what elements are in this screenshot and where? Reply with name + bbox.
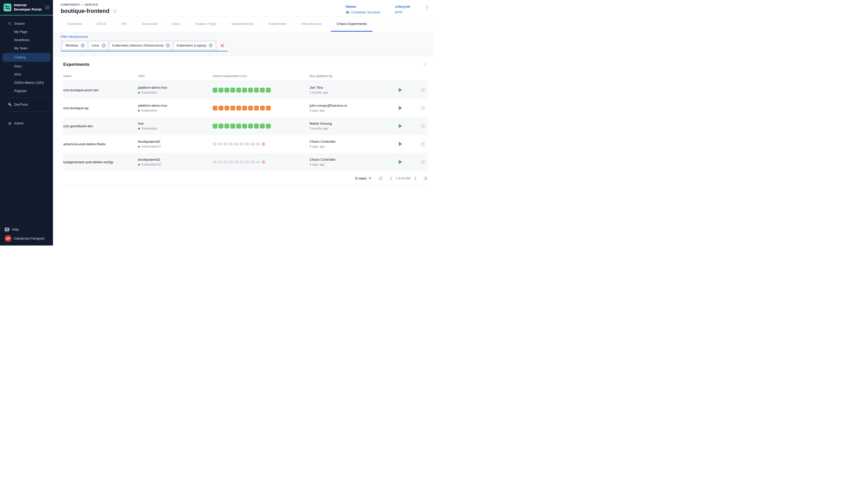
sidebar-item-docs[interactable]: Docs xyxy=(0,62,53,70)
run-experiment-button[interactable] xyxy=(399,160,402,164)
sidebar-item-dora-metrics-sei[interactable]: DORA Metrics (SEI) xyxy=(0,79,53,87)
run-tile-success[interactable] xyxy=(254,124,259,128)
run-tile-success[interactable] xyxy=(266,88,271,92)
run-tile-success[interactable] xyxy=(260,124,265,128)
run-tile-success[interactable] xyxy=(219,88,224,92)
sidebar-item-devtools[interactable]: DevTools xyxy=(0,100,53,109)
prev-page-button[interactable] xyxy=(389,177,394,180)
run-tile-empty[interactable] xyxy=(224,161,228,164)
clear-filters-icon[interactable] xyxy=(220,44,224,48)
refresh-icon[interactable] xyxy=(423,62,427,67)
sidebar-item-my-team[interactable]: My Team xyxy=(0,44,53,53)
run-tile-failed[interactable] xyxy=(236,106,241,111)
run-tile-success[interactable] xyxy=(266,124,271,128)
run-experiment-button[interactable] xyxy=(399,88,402,92)
tab-api[interactable]: API xyxy=(115,17,133,32)
scheduled-run-clock-icon[interactable] xyxy=(261,160,266,164)
filter-input[interactable]: WindowsLinuxKubernetes (Harness Infrastr… xyxy=(61,40,228,51)
open-experiment-icon[interactable] xyxy=(421,106,425,110)
run-tile-success[interactable] xyxy=(236,124,241,128)
run-tile-success[interactable] xyxy=(213,88,218,92)
last-page-button[interactable] xyxy=(422,177,428,180)
chip-remove-icon[interactable] xyxy=(209,44,213,48)
sidebar-item-register[interactable]: Register xyxy=(0,87,53,95)
tab-chaos-experiments[interactable]: Chaos Experiments xyxy=(331,17,373,32)
run-tile-failed[interactable] xyxy=(248,106,253,111)
run-tile-failed[interactable] xyxy=(219,106,224,111)
run-tile-failed[interactable] xyxy=(225,106,229,111)
chip-remove-icon[interactable] xyxy=(81,44,85,48)
run-tile-empty[interactable] xyxy=(240,143,244,145)
tab-docs[interactable]: Docs xyxy=(167,17,186,32)
run-tile-empty[interactable] xyxy=(213,161,217,164)
run-experiment-button[interactable] xyxy=(399,124,402,128)
tab-overview[interactable]: Overview xyxy=(62,17,87,32)
open-experiment-icon[interactable] xyxy=(421,124,425,128)
run-tile-empty[interactable] xyxy=(245,143,250,145)
run-tile-success[interactable] xyxy=(225,88,229,92)
run-tile-success[interactable] xyxy=(248,124,253,128)
sidebar-item-catalog[interactable]: Catalog xyxy=(3,53,50,62)
run-experiment-button[interactable] xyxy=(399,106,402,110)
tab-ci-cd[interactable]: CI/CD xyxy=(91,17,112,32)
run-tile-failed[interactable] xyxy=(213,106,218,111)
run-tile-empty[interactable] xyxy=(213,143,217,145)
sidebar-item-workflows[interactable]: Workflows xyxy=(0,36,53,44)
run-tile-success[interactable] xyxy=(225,124,229,128)
run-tile-empty[interactable] xyxy=(218,143,223,145)
filter-label[interactable]: Filter Infrastructures xyxy=(61,35,434,38)
run-tile-empty[interactable] xyxy=(240,161,244,164)
run-tile-empty[interactable] xyxy=(229,143,233,145)
run-tile-empty[interactable] xyxy=(234,143,239,145)
run-tile-empty[interactable] xyxy=(251,161,255,164)
run-tile-failed[interactable] xyxy=(266,106,271,111)
run-tile-empty[interactable] xyxy=(256,143,260,145)
next-page-button[interactable] xyxy=(413,177,417,180)
open-experiment-icon[interactable] xyxy=(421,88,425,92)
chip-remove-icon[interactable] xyxy=(102,44,106,48)
run-tile-success[interactable] xyxy=(236,88,241,92)
open-experiment-icon[interactable] xyxy=(421,160,425,164)
run-tile-empty[interactable] xyxy=(234,161,239,164)
run-tile-failed[interactable] xyxy=(230,106,235,111)
first-page-button[interactable] xyxy=(378,177,384,180)
sidebar-item-my-page[interactable]: My Page xyxy=(0,28,53,36)
sidebar-item-apis[interactable]: APIs xyxy=(0,70,53,79)
run-tile-success[interactable] xyxy=(260,88,265,92)
rows-per-page-select[interactable]: 5 rows xyxy=(355,176,371,180)
run-tile-success[interactable] xyxy=(230,88,235,92)
run-tile-success[interactable] xyxy=(254,88,259,92)
run-tile-empty[interactable] xyxy=(245,161,250,164)
run-tile-success[interactable] xyxy=(219,124,224,128)
tab-infrastructure[interactable]: Infrastructure xyxy=(296,17,327,32)
chip-remove-icon[interactable] xyxy=(166,44,170,48)
user-menu[interactable]: DP Debabrata Panigrahi xyxy=(0,235,53,242)
kebab-menu-icon[interactable] xyxy=(425,5,429,11)
run-tile-failed[interactable] xyxy=(254,106,259,111)
run-experiment-button[interactable] xyxy=(399,142,402,146)
run-tile-success[interactable] xyxy=(242,124,247,128)
run-tile-empty[interactable] xyxy=(229,161,233,164)
sidebar-item-admin[interactable]: Admin xyxy=(0,119,53,127)
tab-dependencies[interactable]: Dependencies xyxy=(226,17,259,32)
tab-feature-flags[interactable]: Feature Flags xyxy=(190,17,222,32)
run-tile-success[interactable] xyxy=(230,124,235,128)
run-tile-success[interactable] xyxy=(248,88,253,92)
run-tile-empty[interactable] xyxy=(251,143,255,145)
favorite-star-icon[interactable] xyxy=(113,9,117,13)
tab-scorecard[interactable]: Scorecard xyxy=(136,17,163,32)
open-experiment-icon[interactable] xyxy=(421,142,425,146)
sidebar-item-search[interactable]: Search xyxy=(0,20,53,28)
run-tile-empty[interactable] xyxy=(224,143,228,145)
run-tile-failed[interactable] xyxy=(260,106,265,111)
run-tile-success[interactable] xyxy=(213,124,218,128)
tab-kubernetes[interactable]: Kubernetes xyxy=(263,17,292,32)
run-tile-empty[interactable] xyxy=(218,161,223,164)
run-tile-success[interactable] xyxy=(242,88,247,92)
owner-link[interactable]: Customer Success xyxy=(351,10,380,14)
run-tile-empty[interactable] xyxy=(256,161,260,164)
help-button[interactable]: ? Help xyxy=(0,228,53,231)
apps-grid-icon[interactable] xyxy=(45,5,49,9)
run-tile-failed[interactable] xyxy=(242,106,247,111)
scheduled-run-clock-icon[interactable] xyxy=(261,142,266,146)
